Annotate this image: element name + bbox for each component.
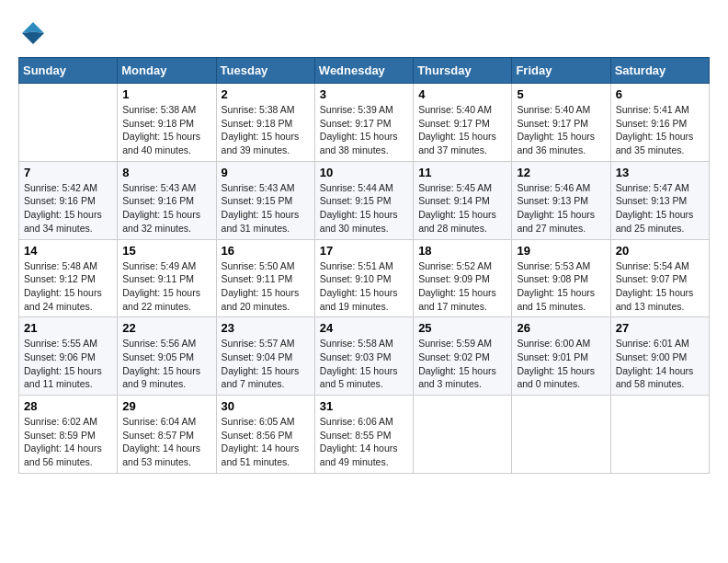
day-number: 27 (616, 321, 704, 335)
day-number: 5 (517, 87, 605, 101)
calendar-cell: 7Sunrise: 5:42 AMSunset: 9:16 PMDaylight… (19, 161, 118, 239)
day-number: 28 (24, 399, 112, 413)
calendar-cell: 15Sunrise: 5:49 AMSunset: 9:11 PMDayligh… (118, 239, 216, 317)
col-header-saturday: Saturday (610, 58, 709, 84)
day-number: 9 (222, 166, 310, 179)
cell-content: Sunrise: 5:38 AMSunset: 9:18 PMDaylight:… (222, 103, 310, 157)
cell-content: Sunrise: 5:53 AMSunset: 9:08 PMDaylight:… (517, 259, 605, 314)
day-number: 7 (24, 166, 112, 179)
calendar-cell: 26Sunrise: 6:00 AMSunset: 9:01 PMDayligh… (512, 317, 610, 396)
cell-content: Sunrise: 5:39 AMSunset: 9:17 PMDaylight:… (320, 103, 408, 157)
day-number: 17 (320, 244, 408, 258)
calendar-cell: 27Sunrise: 6:01 AMSunset: 9:00 PMDayligh… (610, 317, 709, 396)
cell-content: Sunrise: 5:59 AMSunset: 9:02 PMDaylight:… (418, 337, 506, 391)
logo (18, 18, 51, 48)
calendar-cell: 10Sunrise: 5:44 AMSunset: 9:15 PMDayligh… (314, 161, 413, 239)
calendar-cell: 11Sunrise: 5:45 AMSunset: 9:14 PMDayligh… (414, 161, 512, 239)
day-number: 31 (320, 399, 408, 413)
cell-content: Sunrise: 5:43 AMSunset: 9:16 PMDaylight:… (122, 181, 210, 236)
day-number: 21 (24, 321, 112, 335)
calendar-cell (610, 396, 709, 474)
calendar-cell: 18Sunrise: 5:52 AMSunset: 9:09 PMDayligh… (414, 239, 512, 317)
week-row-4: 21Sunrise: 5:55 AMSunset: 9:06 PMDayligh… (19, 317, 710, 396)
cell-content: Sunrise: 5:40 AMSunset: 9:17 PMDaylight:… (418, 103, 506, 157)
day-number: 6 (616, 87, 704, 101)
day-number: 24 (320, 321, 408, 335)
col-header-monday: Monday (118, 58, 216, 84)
col-header-thursday: Thursday (414, 58, 512, 84)
day-number: 18 (418, 244, 506, 258)
calendar-cell: 6Sunrise: 5:41 AMSunset: 9:16 PMDaylight… (610, 84, 709, 162)
week-row-3: 14Sunrise: 5:48 AMSunset: 9:12 PMDayligh… (19, 239, 710, 317)
calendar-cell: 22Sunrise: 5:56 AMSunset: 9:05 PMDayligh… (118, 317, 216, 396)
day-number: 1 (122, 87, 210, 101)
calendar-cell: 3Sunrise: 5:39 AMSunset: 9:17 PMDaylight… (314, 84, 413, 162)
calendar-cell: 17Sunrise: 5:51 AMSunset: 9:10 PMDayligh… (314, 239, 413, 317)
logo-icon (18, 18, 48, 48)
cell-content: Sunrise: 6:00 AMSunset: 9:01 PMDaylight:… (517, 337, 605, 391)
calendar-cell: 14Sunrise: 5:48 AMSunset: 9:12 PMDayligh… (19, 239, 118, 317)
week-row-5: 28Sunrise: 6:02 AMSunset: 8:59 PMDayligh… (19, 396, 710, 474)
cell-content: Sunrise: 5:44 AMSunset: 9:15 PMDaylight:… (320, 181, 408, 236)
day-number: 23 (222, 321, 310, 335)
calendar-cell: 20Sunrise: 5:54 AMSunset: 9:07 PMDayligh… (610, 239, 709, 317)
calendar-cell: 21Sunrise: 5:55 AMSunset: 9:06 PMDayligh… (19, 317, 118, 396)
cell-content: Sunrise: 5:45 AMSunset: 9:14 PMDaylight:… (418, 181, 506, 236)
day-number: 8 (122, 166, 210, 179)
day-number: 15 (122, 244, 210, 258)
day-number: 3 (320, 87, 408, 101)
cell-content: Sunrise: 5:47 AMSunset: 9:13 PMDaylight:… (616, 181, 704, 236)
cell-content: Sunrise: 5:50 AMSunset: 9:11 PMDaylight:… (222, 259, 310, 314)
calendar-cell: 8Sunrise: 5:43 AMSunset: 9:16 PMDaylight… (118, 161, 216, 239)
svg-marker-0 (22, 22, 44, 33)
cell-content: Sunrise: 5:43 AMSunset: 9:15 PMDaylight:… (222, 181, 310, 236)
cell-content: Sunrise: 5:52 AMSunset: 9:09 PMDaylight:… (418, 259, 506, 314)
calendar-cell: 1Sunrise: 5:38 AMSunset: 9:18 PMDaylight… (118, 84, 216, 162)
col-header-sunday: Sunday (19, 58, 118, 84)
day-number: 13 (616, 166, 704, 179)
cell-content: Sunrise: 6:01 AMSunset: 9:00 PMDaylight:… (616, 337, 704, 391)
day-number: 26 (517, 321, 605, 335)
col-header-friday: Friday (512, 58, 610, 84)
cell-content: Sunrise: 5:48 AMSunset: 9:12 PMDaylight:… (24, 259, 112, 314)
calendar-cell: 5Sunrise: 5:40 AMSunset: 9:17 PMDaylight… (512, 84, 610, 162)
calendar-cell: 30Sunrise: 6:05 AMSunset: 8:56 PMDayligh… (216, 396, 314, 474)
calendar-cell: 23Sunrise: 5:57 AMSunset: 9:04 PMDayligh… (216, 317, 314, 396)
day-number: 11 (418, 166, 506, 179)
day-number: 30 (222, 399, 310, 413)
header-row: SundayMondayTuesdayWednesdayThursdayFrid… (19, 58, 710, 84)
cell-content: Sunrise: 5:56 AMSunset: 9:05 PMDaylight:… (122, 337, 210, 391)
calendar-table: SundayMondayTuesdayWednesdayThursdayFrid… (18, 57, 710, 474)
day-number: 4 (418, 87, 506, 101)
cell-content: Sunrise: 5:49 AMSunset: 9:11 PMDaylight:… (122, 259, 210, 314)
calendar-cell: 13Sunrise: 5:47 AMSunset: 9:13 PMDayligh… (610, 161, 709, 239)
calendar-cell: 12Sunrise: 5:46 AMSunset: 9:13 PMDayligh… (512, 161, 610, 239)
cell-content: Sunrise: 5:58 AMSunset: 9:03 PMDaylight:… (320, 337, 408, 391)
calendar-cell: 9Sunrise: 5:43 AMSunset: 9:15 PMDaylight… (216, 161, 314, 239)
day-number: 20 (616, 244, 704, 258)
day-number: 14 (24, 244, 112, 258)
cell-content: Sunrise: 5:46 AMSunset: 9:13 PMDaylight:… (517, 181, 605, 236)
calendar-cell: 29Sunrise: 6:04 AMSunset: 8:57 PMDayligh… (118, 396, 216, 474)
day-number: 19 (517, 244, 605, 258)
cell-content: Sunrise: 5:38 AMSunset: 9:18 PMDaylight:… (122, 103, 210, 157)
calendar-cell (414, 396, 512, 474)
calendar-cell: 4Sunrise: 5:40 AMSunset: 9:17 PMDaylight… (414, 84, 512, 162)
cell-content: Sunrise: 6:05 AMSunset: 8:56 PMDaylight:… (222, 415, 310, 469)
calendar-cell: 2Sunrise: 5:38 AMSunset: 9:18 PMDaylight… (216, 84, 314, 162)
page-header (18, 18, 710, 48)
calendar-cell: 28Sunrise: 6:02 AMSunset: 8:59 PMDayligh… (19, 396, 118, 474)
cell-content: Sunrise: 5:55 AMSunset: 9:06 PMDaylight:… (24, 337, 112, 391)
day-number: 10 (320, 166, 408, 179)
day-number: 22 (122, 321, 210, 335)
cell-content: Sunrise: 5:40 AMSunset: 9:17 PMDaylight:… (517, 103, 605, 157)
cell-content: Sunrise: 5:54 AMSunset: 9:07 PMDaylight:… (616, 259, 704, 314)
cell-content: Sunrise: 5:57 AMSunset: 9:04 PMDaylight:… (222, 337, 310, 391)
col-header-wednesday: Wednesday (314, 58, 413, 84)
svg-marker-1 (22, 31, 44, 44)
day-number: 25 (418, 321, 506, 335)
day-number: 16 (222, 244, 310, 258)
calendar-cell (512, 396, 610, 474)
calendar-cell (19, 84, 118, 162)
calendar-cell: 25Sunrise: 5:59 AMSunset: 9:02 PMDayligh… (414, 317, 512, 396)
